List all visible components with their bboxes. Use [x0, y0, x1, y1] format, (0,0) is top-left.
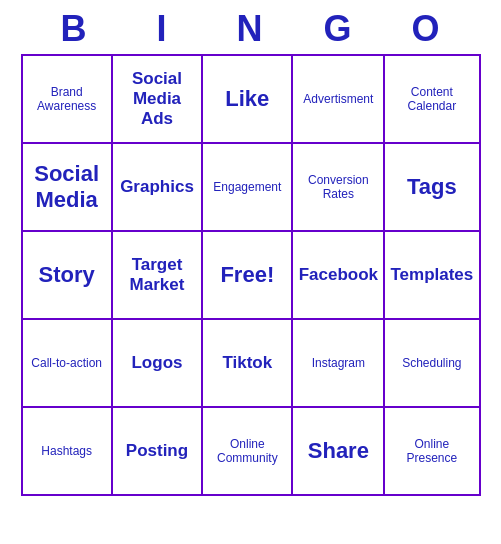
cell-r1-c3: Conversion Rates	[292, 143, 384, 231]
cell-r1-c1: Graphics	[112, 143, 202, 231]
cell-r3-c3: Instagram	[292, 319, 384, 407]
cell-r0-c4: Content Calendar	[384, 55, 479, 143]
letter-b: B	[31, 8, 119, 50]
cell-r3-c2: Tiktok	[202, 319, 292, 407]
cell-r0-c2: Like	[202, 55, 292, 143]
letter-o: O	[383, 8, 471, 50]
cell-r2-c0: Story	[22, 231, 112, 319]
bingo-grid: Brand AwarenessSocial Media AdsLikeAdver…	[21, 54, 481, 496]
cell-r1-c2: Engagement	[202, 143, 292, 231]
letter-i: I	[119, 8, 207, 50]
cell-r3-c4: Scheduling	[384, 319, 479, 407]
cell-r4-c4: Online Presence	[384, 407, 479, 495]
cell-r1-c4: Tags	[384, 143, 479, 231]
cell-r2-c3: Facebook	[292, 231, 384, 319]
cell-r0-c3: Advertisment	[292, 55, 384, 143]
letter-n: N	[207, 8, 295, 50]
cell-r3-c1: Logos	[112, 319, 202, 407]
cell-r4-c3: Share	[292, 407, 384, 495]
bingo-header: B I N G O	[21, 0, 481, 54]
cell-r2-c4: Templates	[384, 231, 479, 319]
cell-r2-c1: Target Market	[112, 231, 202, 319]
cell-r0-c0: Brand Awareness	[22, 55, 112, 143]
cell-r2-c2: Free!	[202, 231, 292, 319]
cell-r4-c1: Posting	[112, 407, 202, 495]
letter-g: G	[295, 8, 383, 50]
cell-r3-c0: Call-to-action	[22, 319, 112, 407]
cell-r0-c1: Social Media Ads	[112, 55, 202, 143]
cell-r4-c0: Hashtags	[22, 407, 112, 495]
cell-r1-c0: Social Media	[22, 143, 112, 231]
cell-r4-c2: Online Community	[202, 407, 292, 495]
